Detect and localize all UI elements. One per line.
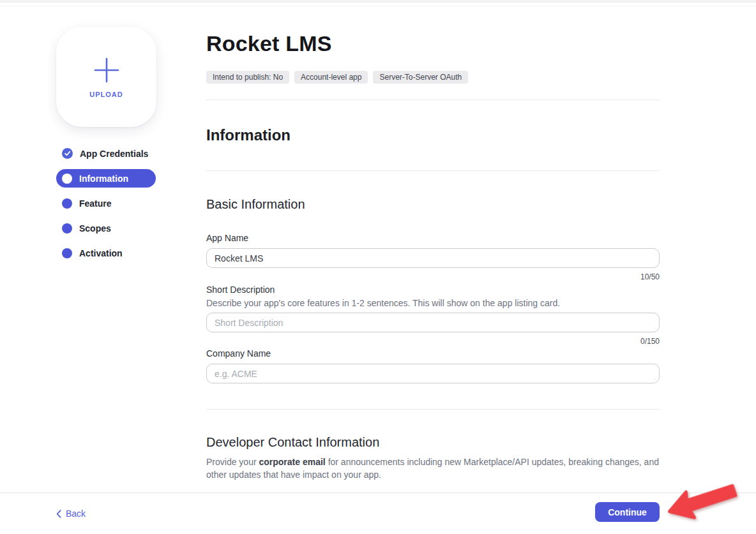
short-description-counter: 0/150: [206, 337, 660, 346]
divider: [206, 170, 660, 171]
upload-label: UPLOAD: [89, 91, 123, 98]
check-circle-icon: [62, 148, 73, 159]
step-label: Feature: [79, 198, 112, 209]
app-name-label: App Name: [206, 233, 660, 244]
dot-icon: [62, 174, 72, 184]
step-information[interactable]: Information: [56, 169, 156, 188]
plus-icon: [93, 56, 121, 84]
divider: [206, 100, 660, 100]
main-content: Rocket LMS Intend to publish: No Account…: [206, 0, 660, 481]
oauth-type-badge: Server-To-Server OAuth: [373, 71, 468, 84]
continue-button[interactable]: Continue: [595, 502, 660, 522]
chevron-left-icon: [56, 510, 61, 518]
section-heading: Information: [206, 126, 660, 144]
stepper: App Credentials Information Feature Scop…: [56, 144, 184, 262]
step-feature[interactable]: Feature: [56, 194, 184, 212]
description-text: Provide your: [206, 457, 259, 467]
step-label: Scopes: [79, 223, 111, 234]
step-label: App Credentials: [80, 149, 148, 159]
back-button[interactable]: Back: [56, 508, 86, 519]
developer-contact-description: Provide your corporate email for announc…: [206, 456, 660, 481]
step-scopes[interactable]: Scopes: [56, 219, 184, 237]
short-description-help: Describe your app's core features in 1-2…: [206, 298, 660, 309]
dot-icon: [62, 248, 72, 258]
basic-information-heading: Basic Information: [206, 197, 660, 212]
sidebar: UPLOAD App Credentials Information Featu…: [56, 27, 184, 269]
dot-icon: [62, 198, 72, 209]
short-description-input[interactable]: [206, 313, 660, 332]
short-description-label: Short Description: [206, 285, 660, 295]
app-creation-page: UPLOAD App Credentials Information Featu…: [0, 0, 756, 534]
step-label: Information: [79, 174, 128, 184]
step-activation[interactable]: Activation: [56, 244, 184, 262]
page-title: Rocket LMS: [206, 31, 660, 56]
step-app-credentials[interactable]: App Credentials: [56, 144, 184, 163]
app-name-input[interactable]: [206, 248, 660, 268]
developer-contact-heading: Developer Contact Information: [206, 434, 660, 450]
step-label: Activation: [79, 248, 123, 258]
app-logo-upload-button[interactable]: UPLOAD: [56, 27, 156, 127]
badge-row: Intend to publish: No Account-level app …: [206, 71, 660, 84]
back-label: Back: [66, 508, 86, 519]
wizard-footer: Back Continue: [0, 493, 756, 534]
publish-intent-badge: Intend to publish: No: [206, 71, 289, 84]
divider: [206, 409, 660, 410]
company-name-input[interactable]: [206, 364, 660, 383]
dot-icon: [62, 223, 72, 234]
app-name-counter: 10/50: [206, 272, 660, 281]
company-name-label: Company Name: [206, 348, 660, 359]
description-emphasis: corporate email: [259, 457, 325, 467]
app-level-badge: Account-level app: [294, 71, 368, 84]
